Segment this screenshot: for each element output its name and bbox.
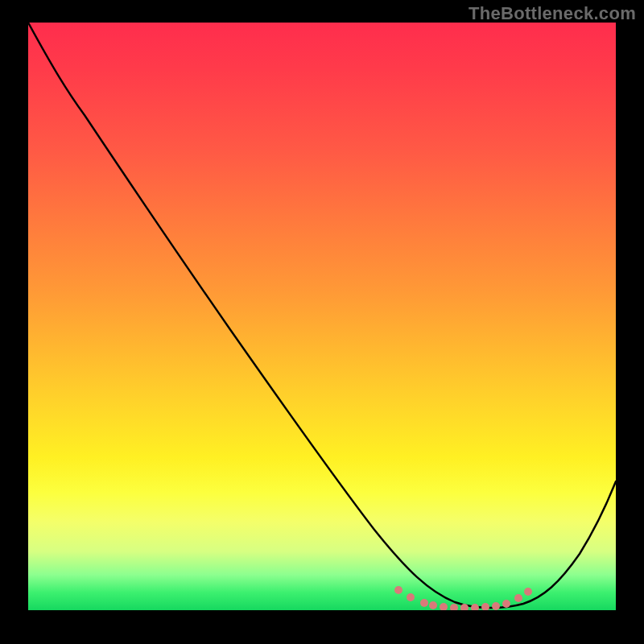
svg-point-10 <box>502 600 510 608</box>
plot-area <box>28 23 616 610</box>
svg-point-5 <box>450 604 458 610</box>
svg-point-11 <box>514 594 522 602</box>
svg-point-2 <box>420 599 428 607</box>
chart-frame: TheBottleneck.com <box>0 0 644 644</box>
curve-svg <box>28 23 616 610</box>
svg-point-0 <box>394 586 402 594</box>
svg-point-3 <box>429 601 437 609</box>
svg-point-9 <box>492 602 500 610</box>
bottleneck-curve-path <box>28 23 616 608</box>
svg-point-1 <box>407 593 415 601</box>
svg-point-8 <box>481 603 489 610</box>
watermark-text: TheBottleneck.com <box>469 3 636 24</box>
svg-point-7 <box>471 604 479 610</box>
svg-point-12 <box>524 588 532 596</box>
svg-point-4 <box>440 603 448 610</box>
